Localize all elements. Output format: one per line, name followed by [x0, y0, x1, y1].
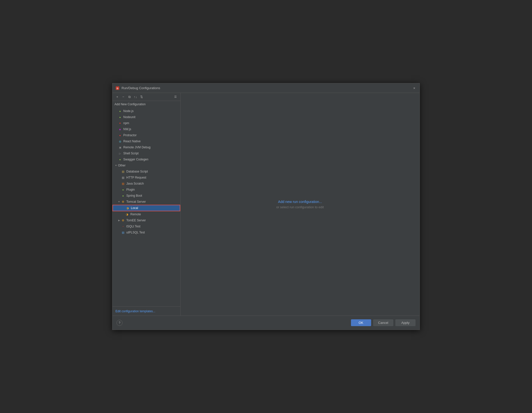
sort-config-button[interactable]: ⇅ [139, 94, 144, 100]
close-button[interactable]: × [412, 86, 417, 90]
expand-arrow-other: ▼ [114, 164, 117, 167]
label-react-native: React Native [123, 140, 141, 143]
expand-arrow-http-request [117, 176, 121, 179]
label-remote-jvm: Remote JVM Debug [123, 146, 151, 149]
main-content: + − ⧉ ↑↓ ⇅ ☰ Add New Configuration ● Nod… [112, 93, 420, 316]
expand-arrow-npm [114, 122, 117, 125]
expand-arrow-nodeunit [114, 116, 117, 119]
tree-item-nwjs[interactable]: ◆ NW.js [112, 126, 180, 132]
expand-arrow-java-scratch [117, 182, 121, 185]
tree-item-other[interactable]: ▼ Other [112, 162, 180, 168]
ok-button[interactable]: OK [351, 319, 371, 326]
icon-react-native: ◎ [118, 139, 122, 143]
icon-plugin: ● [121, 188, 125, 192]
panel-options-button[interactable]: ☰ [173, 94, 178, 100]
main-panel-hint-text: or select run configuration to edit [276, 205, 324, 209]
icon-db-script: ▤ [121, 169, 125, 174]
label-utplsql: utPLSQL Test [126, 231, 145, 234]
label-spring-boot: Spring Boot [126, 194, 142, 197]
expand-arrow-swagger [114, 158, 117, 161]
expand-arrow-shell-script [114, 152, 117, 155]
copy-config-button[interactable]: ⧉ [127, 94, 132, 100]
sidebar: + − ⧉ ↑↓ ⇅ ☰ Add New Configuration ● Nod… [112, 93, 181, 316]
title-bar-left: D Run/Debug Configurations [115, 86, 160, 90]
sidebar-header: Add New Configuration [112, 101, 180, 108]
bottom-bar: ? OK Cancel Apply [112, 316, 420, 330]
icon-nodeunit: ● [118, 115, 122, 119]
icon-swagger: ● [118, 157, 122, 161]
icon-remote-jvm: ▣ [118, 145, 122, 149]
label-nodejs: Node.js [123, 109, 134, 113]
label-tomee-server: TomEE Server [126, 219, 146, 222]
help-button[interactable]: ? [116, 320, 123, 326]
label-protractor: Protractor [123, 133, 137, 137]
label-nodeunit: Nodeunit [123, 115, 135, 119]
sidebar-toolbar: + − ⧉ ↑↓ ⇅ ☰ [112, 93, 180, 101]
label-other: Other [118, 164, 126, 167]
tree-item-nodeunit[interactable]: ● Nodeunit [112, 114, 180, 120]
sidebar-footer: Edit configuration templates... [112, 306, 180, 316]
tree-item-swagger[interactable]: ● Swagger Codegen [112, 156, 180, 162]
expand-arrow-tomcat-remote [122, 213, 125, 216]
icon-tsqlt: ▪ [121, 224, 125, 228]
label-swagger: Swagger Codegen [123, 158, 148, 161]
tree-item-tomcat-server[interactable]: ▼ ⚙ Tomcat Server [112, 199, 180, 205]
tree-item-protractor[interactable]: ● Protractor [112, 132, 180, 138]
label-tsqlt: tSQLt Test [126, 225, 140, 228]
move-config-button[interactable]: ↑↓ [133, 94, 138, 100]
icon-tomcat-local: ◑ [126, 206, 130, 210]
icon-java-scratch: ▤ [121, 182, 125, 186]
expand-arrow-tsqlt [117, 225, 121, 228]
icon-shell-script: ▷ [118, 151, 122, 155]
tree-item-remote-jvm[interactable]: ▣ Remote JVM Debug [112, 144, 180, 150]
tree-item-tomcat-remote[interactable]: ◑ Remote [112, 211, 180, 217]
tree-item-react-native[interactable]: ◎ React Native [112, 138, 180, 144]
title-bar: D Run/Debug Configurations × [112, 83, 420, 93]
tree-item-spring-boot[interactable]: ● Spring Boot [112, 193, 180, 199]
tree-item-db-script[interactable]: ▤ Database Script [112, 168, 180, 175]
label-tomcat-remote: Remote [130, 213, 141, 216]
run-debug-dialog: D Run/Debug Configurations × + − ⧉ ↑↓ ⇅ … [112, 83, 420, 330]
edit-templates-link[interactable]: Edit configuration templates... [115, 309, 155, 313]
add-config-link[interactable]: Add new run configuration... [276, 200, 324, 204]
add-config-button[interactable]: + [114, 94, 120, 100]
label-java-scratch: Java Scratch [126, 182, 144, 185]
icon-utplsql: ▤ [121, 230, 125, 234]
expand-arrow-plugin [117, 188, 121, 191]
expand-arrow-remote-jvm [114, 146, 117, 149]
tree-item-shell-script[interactable]: ▷ Shell Script [112, 150, 180, 156]
icon-npm: ■ [118, 121, 122, 125]
icon-nodejs: ● [118, 109, 122, 113]
tree-item-npm[interactable]: ■ npm [112, 120, 180, 126]
icon-spring-boot: ● [121, 194, 125, 198]
svg-text:D: D [117, 87, 119, 90]
tree-item-tomee-server[interactable]: ▶ ⚙ TomEE Server [112, 217, 180, 223]
remove-config-button[interactable]: − [121, 94, 126, 100]
cancel-button[interactable]: Cancel [373, 319, 393, 326]
tree-item-tomcat-local[interactable]: ◑ Local [112, 205, 180, 211]
apply-button[interactable]: Apply [395, 319, 416, 326]
tree-item-http-request[interactable]: ▤ HTTP Request [112, 175, 180, 181]
icon-tomee-server: ⚙ [121, 218, 125, 222]
icon-protractor: ● [118, 133, 122, 137]
label-npm: npm [123, 121, 129, 125]
expand-arrow-react-native [114, 140, 117, 143]
tree-item-utplsql[interactable]: ▤ utPLSQL Test [112, 229, 180, 235]
tree-list[interactable]: ● Node.js ● Nodeunit ■ npm [112, 108, 180, 306]
app-icon: D [115, 86, 120, 90]
tree-item-plugin[interactable]: ● Plugin [112, 187, 180, 193]
main-panel-hint: Add new run configuration... or select r… [276, 200, 324, 209]
tree-item-nodejs[interactable]: ● Node.js [112, 108, 180, 114]
add-new-config-label: Add New Configuration [114, 102, 145, 106]
expand-arrow-nwjs [114, 128, 117, 131]
icon-http-request: ▤ [121, 176, 125, 180]
label-tomcat-local: Local [131, 206, 138, 210]
label-nwjs: NW.js [123, 127, 131, 131]
expand-arrow-tomcat-server: ▼ [117, 200, 121, 203]
icon-nwjs: ◆ [118, 127, 122, 131]
tree-item-java-scratch[interactable]: ▤ Java Scratch [112, 181, 180, 187]
expand-arrow-db-script [117, 170, 121, 173]
tree-item-tsqlt[interactable]: ▪ tSQLt Test [112, 223, 180, 229]
expand-arrow-nodejs [114, 110, 117, 113]
label-http-request: HTTP Request [126, 176, 146, 179]
